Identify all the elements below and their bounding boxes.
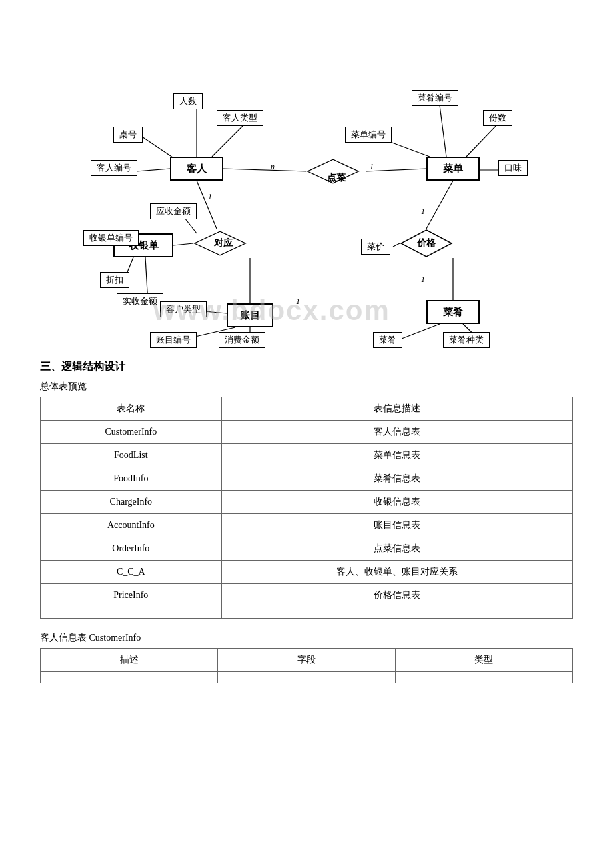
table-row: FoodInfo菜肴信息表: [41, 467, 573, 491]
entity-menu: 菜单: [426, 157, 480, 181]
svg-line-2: [137, 169, 170, 171]
col-field: 字段: [218, 649, 395, 672]
attr-guestno: 客人编号: [91, 160, 137, 176]
mult-1a: 1: [370, 162, 374, 172]
table-row: ChargeInfo收银信息表: [41, 491, 573, 514]
svg-line-18: [173, 243, 193, 245]
attr-portions: 份数: [483, 110, 512, 126]
col-tabledesc: 表信息描述: [221, 397, 572, 421]
customer-table: 描述 字段 类型: [40, 648, 573, 683]
attr-custtype: 客户类型: [160, 301, 207, 317]
svg-line-15: [223, 169, 306, 171]
diamond-price: [400, 229, 453, 258]
attr-consume: 消费金额: [219, 332, 265, 348]
mult-1e: 1: [421, 275, 425, 285]
table-row: AccountInfo账目信息表: [41, 514, 573, 537]
attr-flavor: 口味: [498, 160, 528, 176]
table-row: CustomerInfo客人信息表: [41, 421, 573, 444]
col-type: 类型: [395, 649, 572, 672]
table-row: [41, 672, 573, 683]
attr-chargeno: 收银单编号: [83, 230, 139, 246]
page: 客人 菜单 收银单 菜肴 账目 点菜 对应: [0, 0, 613, 723]
attr-dishno: 菜肴编号: [412, 90, 458, 106]
mult-1c: 1: [421, 207, 425, 217]
svg-line-12: [440, 105, 446, 157]
diamond-order: [306, 157, 360, 186]
svg-line-17: [197, 181, 217, 229]
attr-dish: 菜肴: [373, 332, 402, 348]
col-desc: 描述: [41, 649, 218, 672]
mult-1d: 1: [296, 297, 300, 307]
svg-marker-25: [308, 159, 358, 183]
entity-dish: 菜肴: [426, 300, 480, 324]
overview-table: 表名称 表信息描述 CustomerInfo客人信息表FoodList菜单信息表…: [40, 397, 573, 619]
svg-line-21: [393, 243, 400, 247]
table-row: OrderInfo点菜信息表: [41, 537, 573, 561]
attr-dishtype: 菜肴种类: [443, 332, 490, 348]
diamond-corr: [193, 229, 247, 258]
attr-discount: 折扣: [100, 272, 129, 288]
table-row: PriceInfo价格信息表: [41, 584, 573, 607]
section3-title: 三、逻辑结构设计: [40, 360, 573, 374]
mult-1b: 1: [208, 192, 212, 202]
customer-table-title: 客人信息表 CustomerInfo: [40, 632, 573, 644]
table-row: C_C_A客人、收银单、账目对应关系: [41, 561, 573, 584]
attr-zhuohao: 桌号: [113, 127, 143, 143]
overview-subtitle: 总体表预览: [40, 381, 573, 393]
attr-rennum: 人数: [173, 93, 203, 109]
svg-line-3: [212, 125, 243, 157]
mult-n: n: [271, 162, 275, 172]
attr-guesttype: 客人类型: [217, 110, 263, 126]
entity-account: 账目: [227, 303, 273, 327]
er-diagram: 客人 菜单 收银单 菜肴 账目 点菜 对应: [47, 27, 566, 347]
attr-accountno: 账目编号: [150, 332, 197, 348]
svg-line-16: [366, 169, 426, 171]
table-row: [41, 607, 573, 619]
entity-guest: 客人: [170, 157, 223, 181]
attr-actual: 实收金额: [117, 293, 163, 309]
attr-receivable: 应收金额: [150, 203, 197, 219]
svg-line-13: [466, 123, 498, 157]
svg-line-20: [426, 181, 453, 229]
table-row: FoodList菜单信息表: [41, 444, 573, 467]
svg-line-23: [402, 324, 440, 339]
svg-marker-27: [401, 230, 452, 257]
attr-dishprice: 菜价: [361, 239, 390, 255]
col-tablename: 表名称: [41, 397, 222, 421]
attr-menuno: 菜单编号: [345, 127, 392, 143]
svg-marker-26: [195, 231, 245, 255]
